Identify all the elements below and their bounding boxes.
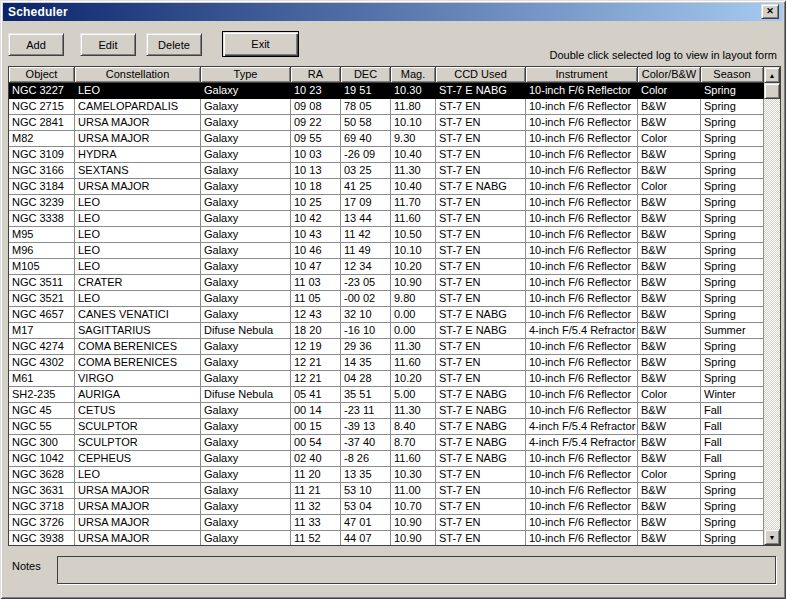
cell: NGC 1042	[9, 451, 75, 467]
cell: ST-7 EN	[436, 115, 526, 131]
table-row[interactable]: NGC 3631URSA MAJORGalaxy11 2153 1011.00S…	[9, 483, 764, 499]
table-row[interactable]: M105LEOGalaxy10 4712 3410.20ST-7 EN10-in…	[9, 259, 764, 275]
column-header-constellation[interactable]: Constellation	[75, 67, 201, 83]
notes-field[interactable]	[57, 556, 776, 584]
cell: B&W	[638, 323, 701, 339]
cell: 4-inch F/5.4 Refractor	[526, 323, 638, 339]
cell: 12 19	[291, 339, 341, 355]
cell: -39 13	[341, 419, 391, 435]
exit-button[interactable]: Exit	[222, 31, 299, 57]
cell: 10-inch F/6 Reflector	[526, 531, 638, 545]
table-row[interactable]: M96LEOGalaxy10 4611 4910.10ST-7 EN10-inc…	[9, 243, 764, 259]
table-row[interactable]: NGC 3109HYDRAGalaxy10 03-26 0910.40ST-7 …	[9, 147, 764, 163]
cell: 11 05	[291, 291, 341, 307]
column-header-instrument[interactable]: Instrument	[526, 67, 638, 83]
cell: Galaxy	[201, 531, 291, 545]
cell: Spring	[701, 195, 764, 211]
cell: Galaxy	[201, 179, 291, 195]
cell: ST-7 EN	[436, 259, 526, 275]
table-row[interactable]: SH2-235AURIGADifuse Nebula05 4135 515.00…	[9, 387, 764, 403]
cell: 10-inch F/6 Reflector	[526, 259, 638, 275]
table-row[interactable]: NGC 55SCULPTORGalaxy00 15-39 138.40ST-7 …	[9, 419, 764, 435]
vertical-scrollbar[interactable]: ▲ ▼	[764, 67, 780, 545]
cell: 10-inch F/6 Reflector	[526, 195, 638, 211]
cell: Color	[638, 179, 701, 195]
column-header-ra[interactable]: RA	[291, 67, 341, 83]
cell: 00 14	[291, 403, 341, 419]
table-row[interactable]: NGC 3338LEOGalaxy10 4213 4411.60ST-7 EN1…	[9, 211, 764, 227]
table-row[interactable]: NGC 3718URSA MAJORGalaxy11 3253 0410.70S…	[9, 499, 764, 515]
cell: CANES VENATICI	[75, 307, 201, 323]
cell: Winter	[701, 387, 764, 403]
table-row[interactable]: NGC 3239LEOGalaxy10 2517 0911.70ST-7 EN1…	[9, 195, 764, 211]
table-row[interactable]: NGC 4274COMA BERENICESGalaxy12 1929 3611…	[9, 339, 764, 355]
cell: 10-inch F/6 Reflector	[526, 387, 638, 403]
cell: 41 25	[341, 179, 391, 195]
cell: NGC 4657	[9, 307, 75, 323]
table-row[interactable]: NGC 2841URSA MAJORGalaxy09 2250 5810.10S…	[9, 115, 764, 131]
cell: 10 47	[291, 259, 341, 275]
add-button[interactable]: Add	[8, 33, 64, 56]
table-row[interactable]: M61VIRGOGalaxy12 2104 2810.20ST-7 EN10-i…	[9, 371, 764, 387]
cell: 9.80	[391, 291, 436, 307]
column-header-color-b-w[interactable]: Color/B&W	[638, 67, 701, 83]
column-header-ccd-used[interactable]: CCD Used	[436, 67, 526, 83]
cell: 10-inch F/6 Reflector	[526, 243, 638, 259]
column-header-type[interactable]: Type	[201, 67, 291, 83]
cell: NGC 3718	[9, 499, 75, 515]
cell: Spring	[701, 467, 764, 483]
cell: 05 41	[291, 387, 341, 403]
cell: LEO	[75, 227, 201, 243]
cell: 09 08	[291, 99, 341, 115]
scroll-down-icon[interactable]: ▼	[764, 529, 780, 545]
delete-button[interactable]: Delete	[146, 33, 202, 56]
cell: 10.70	[391, 499, 436, 515]
scrollbar-thumb[interactable]	[764, 83, 780, 99]
cell: 44 07	[341, 531, 391, 545]
cell: 10-inch F/6 Reflector	[526, 115, 638, 131]
cell: NGC 3227	[9, 83, 75, 99]
table-row[interactable]: NGC 3227LEOGalaxy10 2319 5110.30ST-7 E N…	[9, 83, 764, 99]
cell: B&W	[638, 499, 701, 515]
cell: Fall	[701, 419, 764, 435]
scroll-up-icon[interactable]: ▲	[764, 67, 780, 83]
close-icon[interactable]: ✕	[761, 4, 779, 19]
table-row[interactable]: NGC 3184URSA MAJORGalaxy10 1841 2510.40S…	[9, 179, 764, 195]
cell: B&W	[638, 531, 701, 545]
table-row[interactable]: NGC 2715CAMELOPARDALISGalaxy09 0878 0511…	[9, 99, 764, 115]
cell: 12 21	[291, 371, 341, 387]
table-row[interactable]: M95LEOGalaxy10 4311 4210.50ST-7 EN10-inc…	[9, 227, 764, 243]
table-row[interactable]: M17SAGITTARIUSDifuse Nebula18 20-16 100.…	[9, 323, 764, 339]
cell: -00 02	[341, 291, 391, 307]
table-row[interactable]: NGC 300SCULPTORGalaxy00 54-37 408.70ST-7…	[9, 435, 764, 451]
table-row[interactable]: NGC 45CETUSGalaxy00 14-23 1111.30ST-7 E …	[9, 403, 764, 419]
table-row[interactable]: NGC 3166SEXTANSGalaxy10 1303 2511.30ST-7…	[9, 163, 764, 179]
cell: 11.30	[391, 163, 436, 179]
table-row[interactable]: NGC 3628LEOGalaxy11 2013 3510.30ST-7 EN1…	[9, 467, 764, 483]
scrollbar-track[interactable]	[764, 99, 780, 529]
table-row[interactable]: M82URSA MAJORGalaxy09 5569 409.30ST-7 EN…	[9, 131, 764, 147]
table-row[interactable]: NGC 1042CEPHEUSGalaxy02 40-8 2611.60ST-7…	[9, 451, 764, 467]
table-row[interactable]: NGC 4302COMA BERENICESGalaxy12 2114 3511…	[9, 355, 764, 371]
cell: Galaxy	[201, 147, 291, 163]
edit-button[interactable]: Edit	[80, 33, 136, 56]
cell: ST-7 EN	[436, 467, 526, 483]
cell: B&W	[638, 259, 701, 275]
cell: 78 05	[341, 99, 391, 115]
table-row[interactable]: NGC 3938URSA MAJORGalaxy11 5244 0710.90S…	[9, 531, 764, 545]
cell: Spring	[701, 371, 764, 387]
cell: 10-inch F/6 Reflector	[526, 339, 638, 355]
column-header-season[interactable]: Season	[701, 67, 764, 83]
table-row[interactable]: NGC 4657CANES VENATICIGalaxy12 4332 100.…	[9, 307, 764, 323]
column-header-dec[interactable]: DEC	[341, 67, 391, 83]
column-header-object[interactable]: Object	[9, 67, 75, 83]
cell: 10-inch F/6 Reflector	[526, 355, 638, 371]
table-row[interactable]: NGC 3521LEOGalaxy11 05-00 029.80ST-7 EN1…	[9, 291, 764, 307]
column-header-mag[interactable]: Mag.	[391, 67, 436, 83]
cell: 10.50	[391, 227, 436, 243]
cell: Galaxy	[201, 435, 291, 451]
cell: 10.40	[391, 179, 436, 195]
cell: Spring	[701, 115, 764, 131]
table-row[interactable]: NGC 3726URSA MAJORGalaxy11 3347 0110.90S…	[9, 515, 764, 531]
table-row[interactable]: NGC 3511CRATERGalaxy11 03-23 0510.90ST-7…	[9, 275, 764, 291]
